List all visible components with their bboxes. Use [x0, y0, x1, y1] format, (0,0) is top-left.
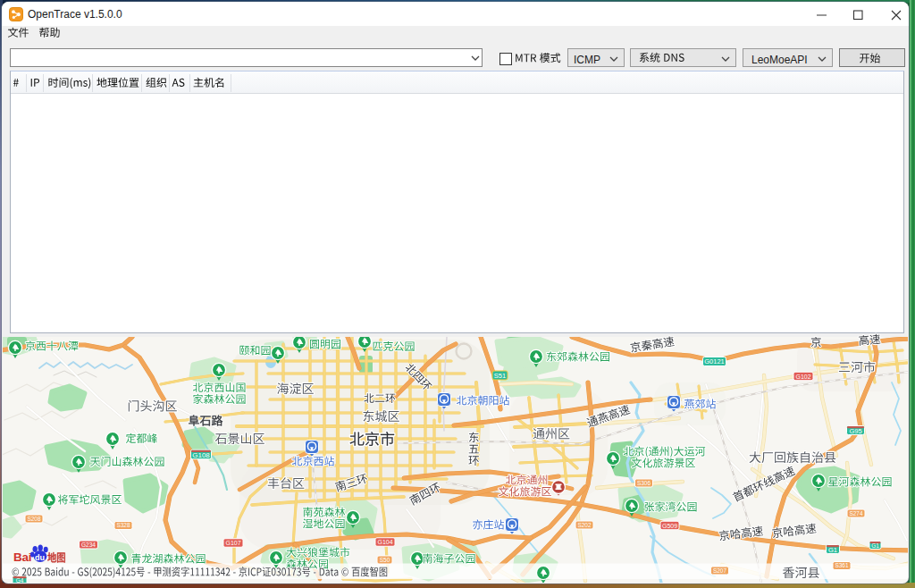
svg-text:G95: G95: [849, 427, 861, 435]
svg-text:G102: G102: [795, 374, 810, 380]
svg-text:du: du: [35, 553, 45, 562]
svg-text:S328: S328: [116, 522, 130, 528]
svg-text:G1: G1: [871, 542, 879, 549]
svg-text:G107: G107: [225, 540, 240, 546]
svg-text:S361: S361: [835, 562, 849, 568]
svg-text:S208: S208: [27, 516, 41, 522]
svg-text:G108: G108: [192, 451, 210, 459]
svg-text:Bai: Bai: [13, 550, 31, 564]
svg-text:S306: S306: [637, 480, 651, 486]
svg-text:G234: G234: [81, 542, 96, 548]
svg-text:S51: S51: [494, 372, 506, 380]
svg-text:S274: S274: [849, 510, 863, 517]
svg-text:S202: S202: [577, 522, 592, 528]
svg-text:S50: S50: [380, 557, 390, 563]
svg-text:G509: G509: [662, 523, 677, 529]
svg-text:S207: S207: [713, 567, 727, 574]
svg-text:G0121: G0121: [704, 357, 725, 365]
svg-text:G4: G4: [16, 577, 24, 584]
svg-text:G1: G1: [828, 546, 837, 554]
svg-text:G104: G104: [377, 539, 392, 545]
